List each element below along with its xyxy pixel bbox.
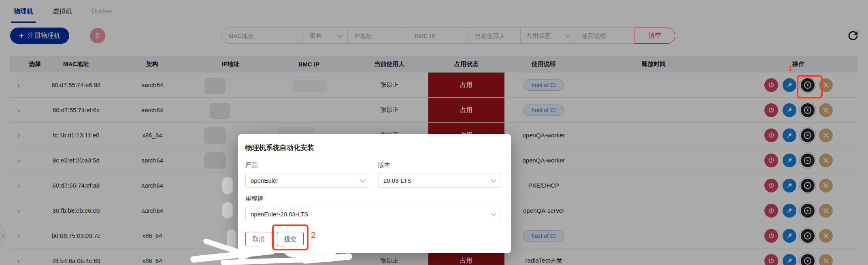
annotation-step2-number: 2 [311, 230, 316, 240]
version-label: 版本 [378, 161, 500, 169]
chevron-down-icon [491, 211, 496, 216]
redaction-blob [210, 103, 230, 119]
redaction-blob [293, 80, 327, 92]
product-label: 产品 [245, 161, 369, 169]
version-field: 版本 20.03-LTS [378, 161, 500, 188]
redaction-blob [279, 127, 315, 134]
milestone-value: openEuler-20.03-LTS [251, 211, 308, 218]
modal-title: 物理机系统自动化安装 [245, 143, 504, 152]
redaction-blob [204, 152, 226, 169]
redaction-blob [222, 202, 233, 218]
chevron-down-icon [491, 177, 496, 183]
annotation-step1-box [797, 75, 823, 98]
redaction-blob [222, 177, 233, 194]
chevron-down-icon [360, 177, 365, 183]
milestone-select[interactable]: openEuler-20.03-LTS [245, 207, 500, 221]
physical-machine-page: 物理机 虚拟机 Docker + 注册物理机 架构占用状态清空 [0, 0, 868, 265]
version-select[interactable]: 20.03-LTS [378, 173, 500, 188]
product-value: openEuler [251, 177, 278, 184]
product-field: 产品 openEuler [245, 161, 369, 188]
product-select[interactable]: openEuler [245, 173, 369, 188]
redaction-blob [204, 127, 226, 144]
version-value: 20.03-LTS [383, 177, 411, 184]
milestone-field: 里程碑 openEuler-20.03-LTS [245, 195, 500, 221]
milestone-label: 里程碑 [245, 195, 500, 203]
redaction-blob [204, 78, 226, 94]
annotation-step1-number: 1 [788, 63, 793, 73]
annotation-step2-box [272, 224, 308, 250]
